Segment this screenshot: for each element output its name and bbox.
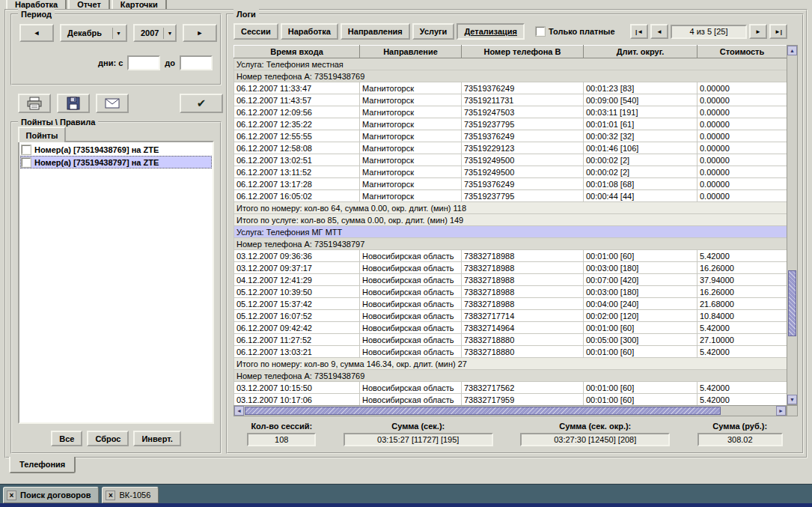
logs-toolbar: СессииНаработкаНаправленияУслугиДетализа… <box>233 22 787 40</box>
clear-selection-button[interactable]: Сброс <box>87 431 129 446</box>
log-row[interactable]: 06.12.2007 12:58:08Магнитогорск735192291… <box>234 142 787 154</box>
log-row[interactable]: 06.12.2007 09:42:42Новосибирская область… <box>234 322 787 334</box>
log-row[interactable]: 03.12.2007 09:36:36Новосибирская область… <box>234 250 787 262</box>
log-row[interactable]: 06.12.2007 13:03:21Новосибирская область… <box>234 346 787 358</box>
select-all-button[interactable]: Все <box>51 431 82 446</box>
log-row[interactable]: 05.12.2007 10:39:50Новосибирская область… <box>234 286 787 298</box>
log-cell: 06.12.2007 13:03:21 <box>234 346 360 358</box>
log-row[interactable]: 06.12.2007 13:11:52Магнитогорск735192495… <box>234 166 787 178</box>
log-row[interactable]: 06.12.2007 16:05:02Магнитогорск735192377… <box>234 190 787 202</box>
points-list-item[interactable]: Номер(а) [73519438769] на ZTE <box>20 143 212 156</box>
group-row[interactable]: Номер телефона А: 73519438769 <box>234 70 787 82</box>
group-row[interactable]: Номер телефона А: 73519438769 <box>234 370 787 382</box>
prev-month-button[interactable]: ◄ <box>19 24 54 42</box>
item-checkbox[interactable] <box>22 158 31 167</box>
window-tab-2[interactable]: ×ВК-1056 <box>102 487 159 503</box>
prev-page-button[interactable]: ◄ <box>650 24 668 39</box>
first-page-button[interactable]: |◄ <box>630 24 648 39</box>
total-session-count: Кол-во сессий:108 <box>247 422 316 446</box>
column-header[interactable]: Длит. округ. <box>584 46 697 58</box>
log-cell: 06.12.2007 16:05:02 <box>234 190 360 202</box>
log-cell: 06.12.2007 11:27:52 <box>234 334 360 346</box>
log-row[interactable]: 03.12.2007 10:15:50Новосибирская область… <box>234 382 787 394</box>
window-tab-1[interactable]: ×Поиск договоров <box>3 487 99 503</box>
log-cell: Магнитогорск <box>360 82 462 94</box>
email-button[interactable] <box>96 94 129 113</box>
last-page-button[interactable]: ►| <box>769 24 787 39</box>
log-cell: 00:01:00 [60] <box>584 322 697 334</box>
logs-view-tab-3[interactable]: Направления <box>341 23 410 40</box>
log-row[interactable]: 06.12.2007 11:27:52Новосибирская область… <box>234 334 787 346</box>
apply-button[interactable]: ✔ <box>180 94 223 113</box>
scroll-down-icon[interactable]: ▼ <box>787 395 797 404</box>
invert-selection-button[interactable]: Инверт. <box>133 431 180 446</box>
tab-points[interactable]: Пойнты <box>18 127 66 142</box>
log-cell: Новосибирская область <box>360 334 462 346</box>
vertical-scrollbar[interactable]: ▲ ▼ <box>787 45 798 405</box>
days-range: дни: с до <box>98 55 213 70</box>
log-row[interactable]: 06.12.2007 12:35:22Магнитогорск735192377… <box>234 118 787 130</box>
log-cell: 0.00000 <box>697 106 787 118</box>
logs-view-tab-4[interactable]: Услуги <box>412 23 455 40</box>
log-cell: 73832717714 <box>462 310 584 322</box>
tab-telefonia[interactable]: Телефония <box>9 457 76 473</box>
log-cell: 05.12.2007 16:07:52 <box>234 310 360 322</box>
next-month-button[interactable]: ► <box>183 24 217 42</box>
item-checkbox[interactable] <box>22 145 31 154</box>
log-row[interactable]: 03.12.2007 09:37:17Новосибирская область… <box>234 262 787 274</box>
row-label: Итого по номеру: кол-во 9, сумма 146.34,… <box>234 358 787 370</box>
log-cell: 00:02:00 [120] <box>584 310 697 322</box>
logs-view-tab-5[interactable]: Детализация <box>457 23 525 40</box>
day-to-input[interactable] <box>180 55 213 70</box>
horizontal-scrollbar[interactable]: ◄ ► <box>233 405 787 416</box>
month-select[interactable]: Декабрь ▼ <box>60 24 127 42</box>
top-tab-1[interactable]: Наработка <box>6 0 67 9</box>
summary-row[interactable]: Итого по услуге: кол-во 85, сумма 0.00, … <box>234 214 787 226</box>
log-row[interactable]: 06.12.2007 12:09:56Магнитогорск735192475… <box>234 106 787 118</box>
log-row[interactable]: 06.12.2007 13:17:28Магнитогорск735193762… <box>234 178 787 190</box>
vertical-scroll-thumb[interactable] <box>788 270 796 336</box>
log-cell: 06.12.2007 12:55:55 <box>234 130 360 142</box>
log-row[interactable]: 06.12.2007 11:33:47Магнитогорск735193762… <box>234 82 787 94</box>
save-button[interactable] <box>57 94 90 113</box>
log-row[interactable]: 06.12.2007 13:02:51Магнитогорск735192495… <box>234 154 787 166</box>
column-header[interactable]: Стоимость <box>697 46 787 58</box>
summary-row[interactable]: Итого по номеру: кол-во 64, сумма 0.00, … <box>234 202 787 214</box>
logs-view-tab-2[interactable]: Наработка <box>281 23 338 40</box>
column-header[interactable]: Время входа <box>234 46 360 58</box>
log-row[interactable]: 05.12.2007 16:07:52Новосибирская область… <box>234 310 787 322</box>
scroll-up-icon[interactable]: ▲ <box>787 46 797 55</box>
log-cell: 00:03:00 [180] <box>584 262 697 274</box>
top-tab-3[interactable]: Карточки <box>112 0 167 9</box>
points-list: Номер(а) [73519438769] на ZTEНомер(а) [7… <box>18 141 214 424</box>
row-label: Номер телефона А: 73519438797 <box>234 238 787 250</box>
column-header[interactable]: Направление <box>360 46 462 58</box>
only-paid-checkbox[interactable] <box>536 27 545 36</box>
log-row[interactable]: 05.12.2007 15:37:42Новосибирская область… <box>234 298 787 310</box>
close-icon[interactable]: × <box>7 491 16 500</box>
print-button[interactable] <box>18 94 51 113</box>
year-select[interactable]: 2007 ▼ <box>133 24 177 42</box>
highlight-row[interactable]: Услуга: Телефония МГ МТТ <box>234 226 787 238</box>
group-row[interactable]: Услуга: Телефония местная <box>234 58 787 70</box>
day-from-input[interactable] <box>127 55 160 70</box>
group-row[interactable]: Номер телефона А: 73519438797 <box>234 238 787 250</box>
log-cell: 00:03:11 [191] <box>584 106 697 118</box>
next-page-button[interactable]: ► <box>749 24 767 39</box>
column-header[interactable]: Номер телефона В <box>462 46 584 58</box>
log-row[interactable]: 03.12.2007 10:17:06Новосибирская область… <box>234 394 787 406</box>
log-row[interactable]: 04.12.2007 12:41:29Новосибирская область… <box>234 274 787 286</box>
log-row[interactable]: 06.12.2007 12:55:55Магнитогорск735193762… <box>234 130 787 142</box>
horizontal-scroll-thumb[interactable] <box>245 407 721 415</box>
close-icon[interactable]: × <box>106 491 115 500</box>
scroll-right-icon[interactable]: ► <box>776 406 786 416</box>
top-tab-2[interactable]: Отчет <box>68 0 110 9</box>
summary-row[interactable]: Итого по номеру: кол-во 9, сумма 146.34,… <box>234 358 787 370</box>
logs-view-tab-1[interactable]: Сессии <box>233 23 278 40</box>
scroll-left-icon[interactable]: ◄ <box>234 406 244 416</box>
points-list-item[interactable]: Номер(а) [73519438797] на ZTE <box>20 156 212 169</box>
checkmark-icon: ✔ <box>197 97 207 110</box>
log-cell: 00:01:00 [60] <box>584 382 697 394</box>
days-from-label: дни: с <box>98 58 123 67</box>
log-row[interactable]: 06.12.2007 11:43:57Магнитогорск735192117… <box>234 94 787 106</box>
